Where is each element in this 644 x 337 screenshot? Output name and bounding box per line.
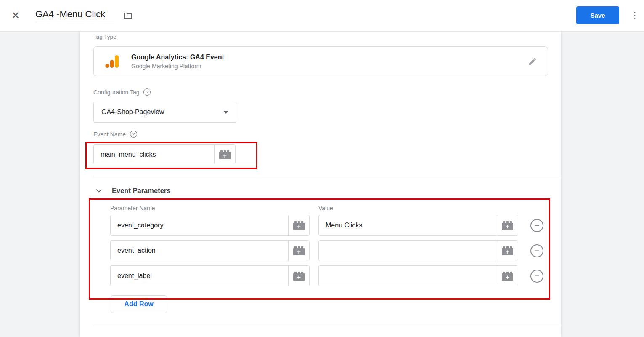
value-column-header: Value xyxy=(318,205,333,211)
parameter-value-input[interactable] xyxy=(319,241,497,261)
remove-row-button[interactable]: − xyxy=(530,244,543,257)
close-button[interactable]: ✕ xyxy=(9,9,22,22)
parameter-value-input[interactable] xyxy=(319,215,497,235)
lego-plus-icon: + xyxy=(502,223,513,230)
lego-plus-icon: + xyxy=(293,248,305,255)
event-name-label: Event Name xyxy=(93,131,126,138)
variable-picker-button[interactable]: + xyxy=(497,215,518,235)
folder-button[interactable] xyxy=(122,11,134,21)
help-icon[interactable]: ? xyxy=(130,131,137,138)
parameter-name-input[interactable] xyxy=(111,266,288,286)
lego-plus-icon: + xyxy=(502,273,513,281)
parameter-name-input[interactable] xyxy=(111,215,288,235)
page-title: GA4 -Menu Click xyxy=(35,9,105,19)
kebab-menu-button[interactable]: ⋮ xyxy=(628,9,641,22)
parameter-row: + xyxy=(110,215,310,236)
tag-type-name: Google Analytics: GA4 Event xyxy=(131,53,224,61)
variable-picker-button[interactable]: + xyxy=(214,145,235,164)
kebab-icon: ⋮ xyxy=(630,10,639,21)
tag-type-card: Google Analytics: GA4 Event Google Marke… xyxy=(93,46,548,76)
variable-picker-button[interactable]: + xyxy=(497,241,518,261)
pencil-icon xyxy=(528,57,537,66)
add-row-button[interactable]: Add Row xyxy=(111,295,167,313)
parameter-name-column-header: Parameter Name xyxy=(110,205,155,211)
minus-icon: − xyxy=(534,221,539,230)
variable-picker-button[interactable]: + xyxy=(288,266,309,286)
tag-type-label: Tag Type xyxy=(93,34,117,40)
event-parameters-label: Event Parameters xyxy=(112,187,170,195)
edit-tag-type-button[interactable] xyxy=(527,57,538,67)
top-bar: ✕ GA4 -Menu Click Save ⋮ xyxy=(0,0,644,32)
caret-down-icon xyxy=(223,111,228,114)
configuration-tag-label: Configuration Tag xyxy=(93,89,139,96)
lego-plus-icon: + xyxy=(293,273,305,281)
help-icon[interactable]: ? xyxy=(143,88,151,96)
remove-row-button[interactable]: − xyxy=(530,270,543,283)
remove-row-button[interactable]: − xyxy=(530,219,543,232)
configuration-tag-value: GA4-Shop-Pageview xyxy=(101,108,223,116)
parameter-row: + xyxy=(318,215,518,236)
close-icon: ✕ xyxy=(11,10,20,21)
parameter-value-input[interactable] xyxy=(319,266,497,286)
section-divider xyxy=(93,176,561,176)
configuration-tag-select[interactable]: GA4-Shop-Pageview xyxy=(93,102,236,123)
parameter-row: + xyxy=(318,265,518,286)
save-button[interactable]: Save xyxy=(576,6,619,24)
section-divider xyxy=(93,326,561,326)
folder-icon xyxy=(122,11,133,21)
parameter-row: + xyxy=(318,240,518,261)
tag-name-field[interactable]: GA4 -Menu Click xyxy=(35,9,114,23)
event-name-group: + xyxy=(93,144,236,164)
parameter-name-input[interactable] xyxy=(111,241,288,261)
chevron-down-icon[interactable] xyxy=(95,187,103,195)
tag-type-platform: Google Marketing Platform xyxy=(131,63,224,70)
lego-plus-icon: + xyxy=(219,152,231,159)
lego-plus-icon: + xyxy=(293,223,305,230)
minus-icon: − xyxy=(534,246,539,255)
variable-picker-button[interactable]: + xyxy=(288,215,309,235)
parameter-row: + xyxy=(110,240,310,261)
parameter-row: + xyxy=(110,265,310,286)
lego-plus-icon: + xyxy=(502,248,513,255)
minus-icon: − xyxy=(534,271,539,280)
variable-picker-button[interactable]: + xyxy=(288,241,309,261)
ga4-logo-icon xyxy=(104,53,120,70)
event-name-input[interactable] xyxy=(94,145,214,164)
variable-picker-button[interactable]: + xyxy=(497,266,518,286)
tag-editor-panel: Tag Type Google Analytics: GA4 Event Goo… xyxy=(80,32,561,337)
